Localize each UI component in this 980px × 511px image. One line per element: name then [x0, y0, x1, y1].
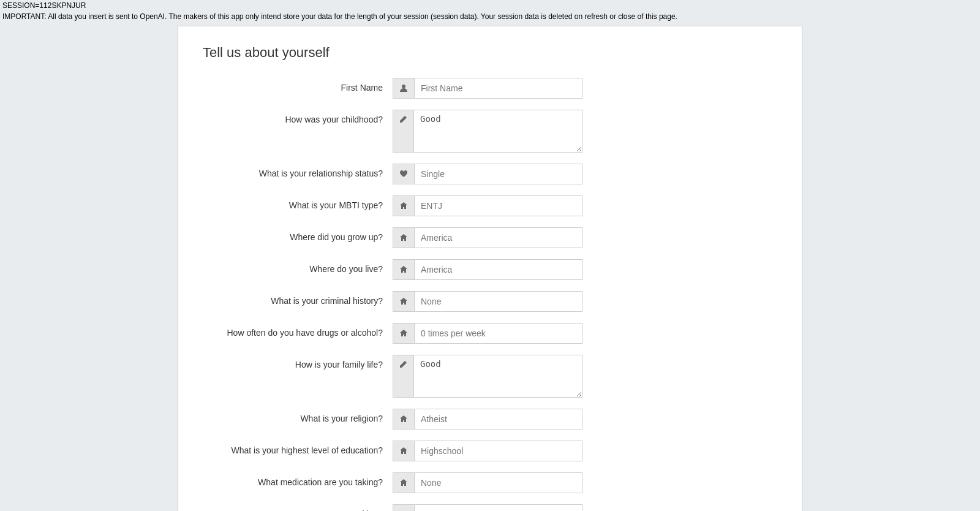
input-group [393, 164, 582, 184]
form-row: What medication are you taking? [203, 472, 777, 493]
input-group [393, 441, 582, 461]
input-group: Good [393, 355, 582, 398]
home-icon [393, 227, 414, 248]
home-icon [393, 472, 414, 493]
input-group [393, 291, 582, 312]
field-input-9[interactable] [414, 409, 582, 430]
form-row: Are you working? [203, 504, 777, 511]
field-label: Where do you live? [203, 259, 393, 274]
input-group [393, 259, 582, 280]
svg-point-0 [402, 85, 405, 88]
field-label: What is your relationship status? [203, 164, 393, 178]
form-row: First Name [203, 78, 777, 99]
form-row: Where do you live? [203, 259, 777, 280]
form-row: How often do you have drugs or alcohol? [203, 323, 777, 344]
field-input-10[interactable] [414, 441, 582, 461]
form-container: First NameHow was your childhood?GoodWha… [203, 78, 777, 511]
input-group [393, 195, 582, 216]
form-row: What is your relationship status? [203, 164, 777, 184]
field-label: How is your family life? [203, 355, 393, 369]
field-label: How often do you have drugs or alcohol? [203, 323, 393, 338]
field-label: First Name [203, 78, 393, 93]
field-label: What is your MBTI type? [203, 195, 393, 210]
field-label: How was your childhood? [203, 110, 393, 124]
field-textarea-1[interactable]: Good [413, 110, 582, 153]
important-bar: IMPORTANT: All data you insert is sent t… [0, 11, 980, 26]
form-row: What is your criminal history? [203, 291, 777, 312]
page-wrapper: Tell us about yourself First NameHow was… [178, 26, 802, 511]
input-group [393, 504, 582, 511]
pencil-icon [393, 355, 413, 398]
pencil-icon [393, 110, 413, 153]
input-group [393, 472, 582, 493]
home-icon [393, 259, 414, 280]
field-input-6[interactable] [414, 291, 582, 312]
form-row: How was your childhood?Good [203, 110, 777, 153]
page-title: Tell us about yourself [203, 45, 777, 61]
field-label: What medication are you taking? [203, 472, 393, 487]
form-row: How is your family life?Good [203, 355, 777, 398]
home-icon [393, 441, 414, 461]
person-icon [393, 78, 414, 99]
field-input-0[interactable] [414, 78, 582, 99]
field-label: Are you working? [203, 504, 393, 511]
session-bar: SESSION=112SKPNJUR [0, 0, 980, 11]
field-input-3[interactable] [414, 195, 582, 216]
field-label: What is your highest level of education? [203, 441, 393, 455]
field-label: What is your religion? [203, 409, 393, 423]
field-input-7[interactable] [414, 323, 582, 344]
input-group [393, 409, 582, 430]
home-icon [393, 291, 414, 312]
home-icon [393, 195, 414, 216]
field-label: Where did you grow up? [203, 227, 393, 242]
field-input-5[interactable] [414, 259, 582, 280]
field-input-12[interactable] [414, 504, 582, 511]
input-group: Good [393, 110, 582, 153]
input-group [393, 227, 582, 248]
home-icon [393, 504, 414, 511]
field-textarea-8[interactable]: Good [413, 355, 582, 398]
form-row: What is your highest level of education? [203, 441, 777, 461]
field-input-11[interactable] [414, 472, 582, 493]
form-row: What is your religion? [203, 409, 777, 430]
home-icon [393, 409, 414, 430]
form-row: Where did you grow up? [203, 227, 777, 248]
field-input-4[interactable] [414, 227, 582, 248]
input-group [393, 323, 582, 344]
field-input-2[interactable] [414, 164, 582, 184]
field-label: What is your criminal history? [203, 291, 393, 306]
input-group [393, 78, 582, 99]
heart-icon [393, 164, 414, 184]
home-icon [393, 323, 414, 344]
form-row: What is your MBTI type? [203, 195, 777, 216]
